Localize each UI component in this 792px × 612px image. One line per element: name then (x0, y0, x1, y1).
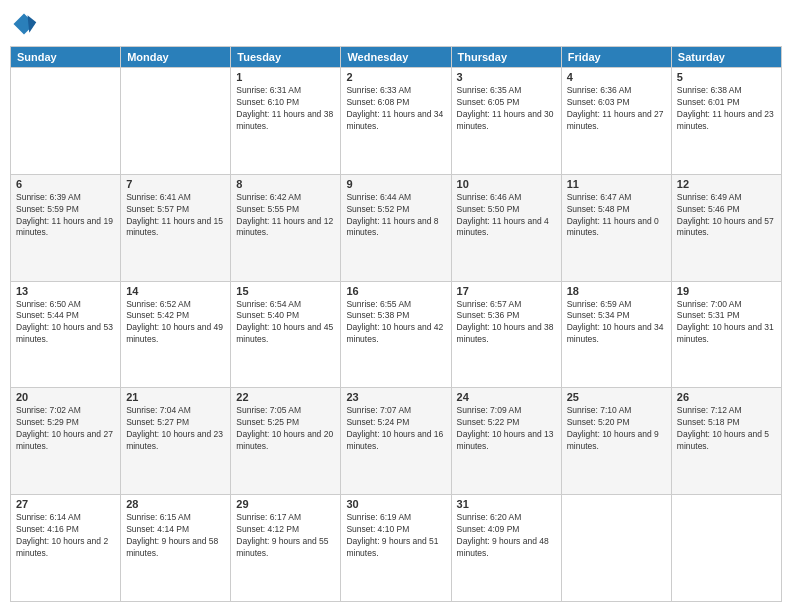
col-header-monday: Monday (121, 47, 231, 68)
day-number: 25 (567, 391, 666, 403)
day-info: Sunrise: 7:05 AM Sunset: 5:25 PM Dayligh… (236, 405, 335, 453)
day-number: 14 (126, 285, 225, 297)
calendar-cell: 26Sunrise: 7:12 AM Sunset: 5:18 PM Dayli… (671, 388, 781, 495)
day-number: 29 (236, 498, 335, 510)
day-number: 6 (16, 178, 115, 190)
day-info: Sunrise: 6:19 AM Sunset: 4:10 PM Dayligh… (346, 512, 445, 560)
day-number: 18 (567, 285, 666, 297)
calendar-cell: 19Sunrise: 7:00 AM Sunset: 5:31 PM Dayli… (671, 281, 781, 388)
calendar-cell (671, 495, 781, 602)
calendar-cell: 25Sunrise: 7:10 AM Sunset: 5:20 PM Dayli… (561, 388, 671, 495)
day-number: 3 (457, 71, 556, 83)
calendar-cell: 14Sunrise: 6:52 AM Sunset: 5:42 PM Dayli… (121, 281, 231, 388)
day-info: Sunrise: 7:04 AM Sunset: 5:27 PM Dayligh… (126, 405, 225, 453)
calendar-cell: 12Sunrise: 6:49 AM Sunset: 5:46 PM Dayli… (671, 174, 781, 281)
calendar-cell: 24Sunrise: 7:09 AM Sunset: 5:22 PM Dayli… (451, 388, 561, 495)
calendar-cell: 3Sunrise: 6:35 AM Sunset: 6:05 PM Daylig… (451, 68, 561, 175)
day-info: Sunrise: 6:41 AM Sunset: 5:57 PM Dayligh… (126, 192, 225, 240)
calendar-cell: 11Sunrise: 6:47 AM Sunset: 5:48 PM Dayli… (561, 174, 671, 281)
day-info: Sunrise: 6:54 AM Sunset: 5:40 PM Dayligh… (236, 299, 335, 347)
col-header-sunday: Sunday (11, 47, 121, 68)
calendar-cell: 7Sunrise: 6:41 AM Sunset: 5:57 PM Daylig… (121, 174, 231, 281)
calendar-cell: 13Sunrise: 6:50 AM Sunset: 5:44 PM Dayli… (11, 281, 121, 388)
day-number: 16 (346, 285, 445, 297)
day-number: 24 (457, 391, 556, 403)
day-info: Sunrise: 6:59 AM Sunset: 5:34 PM Dayligh… (567, 299, 666, 347)
calendar-cell: 28Sunrise: 6:15 AM Sunset: 4:14 PM Dayli… (121, 495, 231, 602)
day-number: 7 (126, 178, 225, 190)
col-header-saturday: Saturday (671, 47, 781, 68)
day-number: 21 (126, 391, 225, 403)
day-number: 27 (16, 498, 115, 510)
calendar-cell: 22Sunrise: 7:05 AM Sunset: 5:25 PM Dayli… (231, 388, 341, 495)
day-number: 9 (346, 178, 445, 190)
day-info: Sunrise: 7:00 AM Sunset: 5:31 PM Dayligh… (677, 299, 776, 347)
calendar-cell: 15Sunrise: 6:54 AM Sunset: 5:40 PM Dayli… (231, 281, 341, 388)
day-info: Sunrise: 6:49 AM Sunset: 5:46 PM Dayligh… (677, 192, 776, 240)
calendar-cell: 1Sunrise: 6:31 AM Sunset: 6:10 PM Daylig… (231, 68, 341, 175)
day-info: Sunrise: 6:44 AM Sunset: 5:52 PM Dayligh… (346, 192, 445, 240)
day-number: 2 (346, 71, 445, 83)
day-info: Sunrise: 7:12 AM Sunset: 5:18 PM Dayligh… (677, 405, 776, 453)
day-number: 31 (457, 498, 556, 510)
col-header-tuesday: Tuesday (231, 47, 341, 68)
calendar-cell: 5Sunrise: 6:38 AM Sunset: 6:01 PM Daylig… (671, 68, 781, 175)
day-number: 8 (236, 178, 335, 190)
day-info: Sunrise: 6:55 AM Sunset: 5:38 PM Dayligh… (346, 299, 445, 347)
calendar-cell: 9Sunrise: 6:44 AM Sunset: 5:52 PM Daylig… (341, 174, 451, 281)
day-info: Sunrise: 6:31 AM Sunset: 6:10 PM Dayligh… (236, 85, 335, 133)
day-info: Sunrise: 7:09 AM Sunset: 5:22 PM Dayligh… (457, 405, 556, 453)
day-info: Sunrise: 6:17 AM Sunset: 4:12 PM Dayligh… (236, 512, 335, 560)
day-number: 26 (677, 391, 776, 403)
calendar-cell: 30Sunrise: 6:19 AM Sunset: 4:10 PM Dayli… (341, 495, 451, 602)
day-info: Sunrise: 6:52 AM Sunset: 5:42 PM Dayligh… (126, 299, 225, 347)
day-info: Sunrise: 6:35 AM Sunset: 6:05 PM Dayligh… (457, 85, 556, 133)
col-header-wednesday: Wednesday (341, 47, 451, 68)
day-number: 15 (236, 285, 335, 297)
day-number: 17 (457, 285, 556, 297)
calendar-cell: 2Sunrise: 6:33 AM Sunset: 6:08 PM Daylig… (341, 68, 451, 175)
day-info: Sunrise: 6:20 AM Sunset: 4:09 PM Dayligh… (457, 512, 556, 560)
day-number: 5 (677, 71, 776, 83)
day-info: Sunrise: 7:02 AM Sunset: 5:29 PM Dayligh… (16, 405, 115, 453)
day-number: 19 (677, 285, 776, 297)
day-info: Sunrise: 6:39 AM Sunset: 5:59 PM Dayligh… (16, 192, 115, 240)
day-number: 20 (16, 391, 115, 403)
day-number: 11 (567, 178, 666, 190)
calendar-table: SundayMondayTuesdayWednesdayThursdayFrid… (10, 46, 782, 602)
day-number: 10 (457, 178, 556, 190)
day-number: 30 (346, 498, 445, 510)
calendar-cell: 8Sunrise: 6:42 AM Sunset: 5:55 PM Daylig… (231, 174, 341, 281)
day-info: Sunrise: 7:07 AM Sunset: 5:24 PM Dayligh… (346, 405, 445, 453)
day-number: 13 (16, 285, 115, 297)
day-info: Sunrise: 6:14 AM Sunset: 4:16 PM Dayligh… (16, 512, 115, 560)
header (10, 10, 782, 38)
day-info: Sunrise: 6:33 AM Sunset: 6:08 PM Dayligh… (346, 85, 445, 133)
calendar-cell: 23Sunrise: 7:07 AM Sunset: 5:24 PM Dayli… (341, 388, 451, 495)
calendar-cell: 27Sunrise: 6:14 AM Sunset: 4:16 PM Dayli… (11, 495, 121, 602)
calendar-cell (11, 68, 121, 175)
day-info: Sunrise: 6:47 AM Sunset: 5:48 PM Dayligh… (567, 192, 666, 240)
day-info: Sunrise: 6:42 AM Sunset: 5:55 PM Dayligh… (236, 192, 335, 240)
calendar-cell: 6Sunrise: 6:39 AM Sunset: 5:59 PM Daylig… (11, 174, 121, 281)
calendar-cell (561, 495, 671, 602)
logo-icon (10, 10, 38, 38)
day-info: Sunrise: 6:50 AM Sunset: 5:44 PM Dayligh… (16, 299, 115, 347)
day-info: Sunrise: 6:36 AM Sunset: 6:03 PM Dayligh… (567, 85, 666, 133)
calendar-cell: 4Sunrise: 6:36 AM Sunset: 6:03 PM Daylig… (561, 68, 671, 175)
calendar-cell: 21Sunrise: 7:04 AM Sunset: 5:27 PM Dayli… (121, 388, 231, 495)
day-info: Sunrise: 6:46 AM Sunset: 5:50 PM Dayligh… (457, 192, 556, 240)
day-number: 12 (677, 178, 776, 190)
calendar-cell: 20Sunrise: 7:02 AM Sunset: 5:29 PM Dayli… (11, 388, 121, 495)
calendar-cell: 18Sunrise: 6:59 AM Sunset: 5:34 PM Dayli… (561, 281, 671, 388)
day-info: Sunrise: 7:10 AM Sunset: 5:20 PM Dayligh… (567, 405, 666, 453)
calendar-cell: 29Sunrise: 6:17 AM Sunset: 4:12 PM Dayli… (231, 495, 341, 602)
day-info: Sunrise: 6:15 AM Sunset: 4:14 PM Dayligh… (126, 512, 225, 560)
calendar-cell (121, 68, 231, 175)
day-number: 4 (567, 71, 666, 83)
day-number: 22 (236, 391, 335, 403)
calendar-cell: 17Sunrise: 6:57 AM Sunset: 5:36 PM Dayli… (451, 281, 561, 388)
svg-marker-1 (28, 15, 37, 33)
calendar-cell: 31Sunrise: 6:20 AM Sunset: 4:09 PM Dayli… (451, 495, 561, 602)
day-info: Sunrise: 6:38 AM Sunset: 6:01 PM Dayligh… (677, 85, 776, 133)
